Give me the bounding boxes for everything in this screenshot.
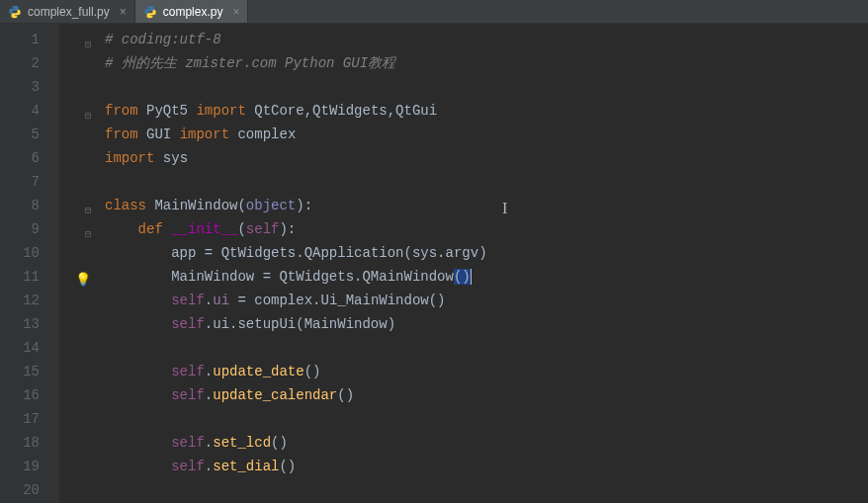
code-line: self.update_calendar(): [105, 383, 868, 407]
code-line: MainWindow = QtWidgets.QMainWindow(): [105, 265, 868, 289]
code-editor[interactable]: # coding:utf-8 # 州的先生 zmister.com Python…: [59, 24, 868, 503]
editor-area: 1 2 3 4 5 6 7 8 9 10 11 12 13 14 15 16 1…: [0, 24, 868, 503]
tab-bar: complex_full.py × complex.py ×: [0, 0, 868, 24]
tab-complex[interactable]: complex.py ×: [135, 0, 249, 23]
code-line: from PyQt5 import QtCore,QtWidgets,QtGui: [105, 99, 868, 123]
line-number: 3: [0, 75, 59, 99]
code-line: app = QtWidgets.QApplication(sys.argv): [105, 241, 868, 265]
line-number: 13: [0, 312, 59, 336]
tab-label: complex_full.py: [28, 5, 110, 19]
line-number: 10: [0, 241, 59, 265]
code-line: class MainWindow(object):: [105, 194, 868, 217]
line-number: 4: [0, 99, 59, 123]
code-line: # 州的先生 zmister.com Python GUI教程: [105, 51, 868, 75]
code-line: self.set_lcd(): [105, 431, 868, 455]
line-number: 11: [0, 265, 59, 289]
tab-label: complex.py: [163, 5, 223, 19]
line-number: 1: [0, 28, 59, 51]
close-icon[interactable]: ×: [232, 5, 239, 19]
code-line: def __init__(self):: [105, 217, 868, 241]
code-line: [105, 478, 868, 502]
code-line: [105, 75, 868, 99]
line-number: 17: [0, 407, 59, 431]
line-number: 15: [0, 360, 59, 383]
line-number: 7: [0, 170, 59, 194]
line-number: 14: [0, 336, 59, 360]
code-line: self.update_date(): [105, 360, 868, 383]
line-number: 5: [0, 123, 59, 146]
line-number: 2: [0, 51, 59, 75]
text-cursor-icon: I: [502, 200, 507, 217]
line-number: 19: [0, 455, 59, 478]
code-line: self.ui = complex.Ui_MainWindow(): [105, 289, 868, 312]
line-number: 20: [0, 478, 59, 502]
code-line: # coding:utf-8: [105, 28, 868, 51]
line-number-gutter: 1 2 3 4 5 6 7 8 9 10 11 12 13 14 15 16 1…: [0, 24, 59, 503]
code-line: import sys: [105, 146, 868, 170]
close-icon[interactable]: ×: [120, 5, 127, 19]
line-number: 16: [0, 383, 59, 407]
code-line: [105, 170, 868, 194]
code-line: [105, 336, 868, 360]
line-number: 12: [0, 289, 59, 312]
python-icon: [143, 5, 157, 19]
code-line: from GUI import complex: [105, 123, 868, 146]
line-number: 8: [0, 194, 59, 217]
python-icon: [8, 5, 22, 19]
code-line: [105, 407, 868, 431]
code-line: self.set_dial(): [105, 455, 868, 478]
line-number: 9: [0, 217, 59, 241]
tab-complex-full[interactable]: complex_full.py ×: [0, 0, 135, 23]
line-number: 6: [0, 146, 59, 170]
code-line: self.ui.setupUi(MainWindow): [105, 312, 868, 336]
line-number: 18: [0, 431, 59, 455]
